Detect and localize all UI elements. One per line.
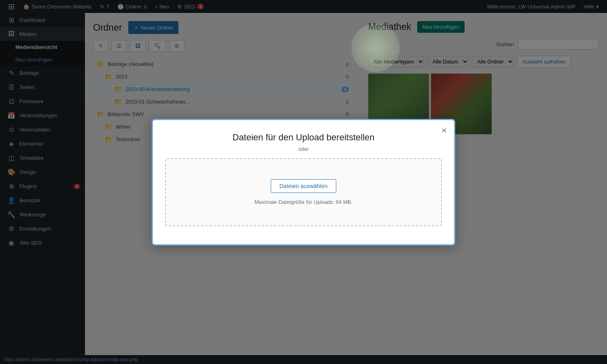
upload-max-size-text: Maximale Dateigröße für Uploads: 64 MB. bbox=[255, 199, 352, 205]
upload-modal: × Dateien für den Upload bereitstellen o… bbox=[152, 119, 455, 245]
drop-zone-inner: Dateien auswählen Maximale Dateigröße fü… bbox=[178, 179, 429, 205]
modal-title: Dateien für den Upload bereitstellen bbox=[165, 132, 442, 143]
modal-or-text: oder bbox=[165, 146, 442, 152]
drop-zone[interactable]: Dateien auswählen Maximale Dateigröße fü… bbox=[165, 158, 442, 226]
modal-close-button[interactable]: × bbox=[441, 126, 447, 135]
select-files-label: Dateien auswählen bbox=[279, 183, 327, 189]
select-files-button[interactable]: Dateien auswählen bbox=[271, 179, 336, 193]
modal-overlay[interactable]: × Dateien für den Upload bereitstellen o… bbox=[0, 0, 607, 364]
close-icon: × bbox=[441, 125, 447, 135]
